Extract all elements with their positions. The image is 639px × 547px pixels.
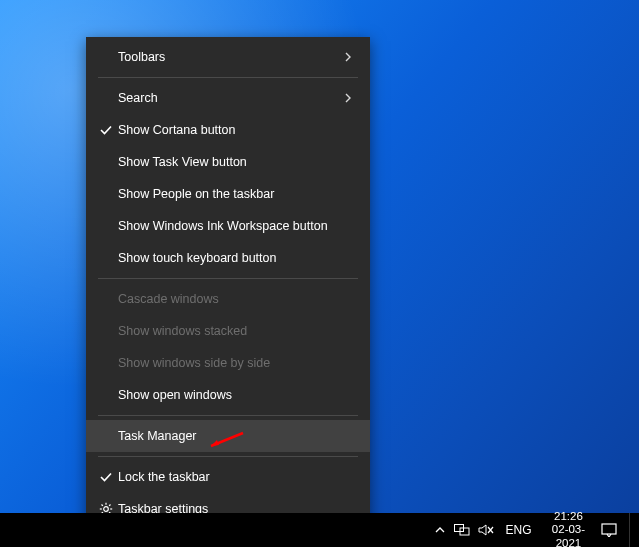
menu-item-label: Search: [116, 91, 344, 105]
menu-separator: [98, 77, 358, 78]
menu-item-show-open-windows[interactable]: Show open windows: [86, 379, 370, 411]
menu-icon-empty: [96, 49, 116, 65]
menu-item-task-manager[interactable]: Task Manager: [86, 420, 370, 452]
taskbar-context-menu: ToolbarsSearchShow Cortana buttonShow Ta…: [86, 37, 370, 529]
menu-item-label: Lock the taskbar: [116, 470, 358, 484]
language-indicator[interactable]: ENG: [502, 523, 536, 537]
menu-item-toolbars[interactable]: Toolbars: [86, 41, 370, 73]
menu-item-label: Show Windows Ink Workspace button: [116, 219, 358, 233]
menu-icon-empty: [96, 218, 116, 234]
svg-line-5: [102, 505, 103, 506]
svg-rect-11: [602, 524, 616, 534]
menu-item-lock-the-taskbar[interactable]: Lock the taskbar: [86, 461, 370, 493]
language-label: ENG: [506, 523, 532, 537]
menu-item-label: Show touch keyboard button: [116, 251, 358, 265]
check-icon: [96, 469, 116, 485]
svg-point-0: [104, 507, 109, 512]
show-desktop-button[interactable]: [629, 513, 633, 547]
menu-separator: [98, 456, 358, 457]
menu-icon-empty: [96, 428, 116, 444]
menu-item-show-touch-keyboard-button[interactable]: Show touch keyboard button: [86, 242, 370, 274]
check-icon: [96, 122, 116, 138]
clock-time: 21:26: [550, 510, 588, 523]
menu-item-show-people-on-the-taskbar[interactable]: Show People on the taskbar: [86, 178, 370, 210]
menu-item-label: Cascade windows: [116, 292, 358, 306]
tray-overflow-icon[interactable]: [435, 522, 445, 538]
menu-icon-empty: [96, 186, 116, 202]
menu-icon-empty: [96, 355, 116, 371]
menu-icon-empty: [96, 323, 116, 339]
menu-item-label: Show windows stacked: [116, 324, 358, 338]
menu-item-show-windows-ink-workspace-button[interactable]: Show Windows Ink Workspace button: [86, 210, 370, 242]
menu-separator: [98, 278, 358, 279]
menu-item-label: Show open windows: [116, 388, 358, 402]
menu-item-cascade-windows: Cascade windows: [86, 283, 370, 315]
menu-item-label: Show Task View button: [116, 155, 358, 169]
menu-item-show-task-view-button[interactable]: Show Task View button: [86, 146, 370, 178]
menu-item-label: Show People on the taskbar: [116, 187, 358, 201]
volume-muted-icon[interactable]: [478, 522, 494, 538]
taskbar-left-area: [0, 513, 435, 547]
menu-item-label: Show windows side by side: [116, 356, 358, 370]
system-tray: ENG 21:26 02-03-2021: [435, 513, 639, 547]
menu-icon-empty: [96, 250, 116, 266]
action-center-icon[interactable]: [601, 521, 617, 539]
menu-item-search[interactable]: Search: [86, 82, 370, 114]
clock[interactable]: 21:26 02-03-2021: [544, 510, 594, 547]
menu-item-label: Task Manager: [116, 429, 358, 443]
chevron-right-icon: [344, 52, 358, 62]
project-icon[interactable]: [454, 522, 470, 538]
menu-icon-empty: [96, 387, 116, 403]
svg-line-7: [109, 505, 110, 506]
menu-icon-empty: [96, 154, 116, 170]
menu-item-show-cortana-button[interactable]: Show Cortana button: [86, 114, 370, 146]
menu-item-label: Toolbars: [116, 50, 344, 64]
menu-icon-empty: [96, 291, 116, 307]
menu-icon-empty: [96, 90, 116, 106]
menu-item-label: Show Cortana button: [116, 123, 358, 137]
menu-item-show-windows-stacked: Show windows stacked: [86, 315, 370, 347]
menu-item-show-windows-side-by-side: Show windows side by side: [86, 347, 370, 379]
menu-separator: [98, 415, 358, 416]
taskbar: ENG 21:26 02-03-2021: [0, 513, 639, 547]
clock-date: 02-03-2021: [550, 523, 588, 547]
chevron-right-icon: [344, 93, 358, 103]
